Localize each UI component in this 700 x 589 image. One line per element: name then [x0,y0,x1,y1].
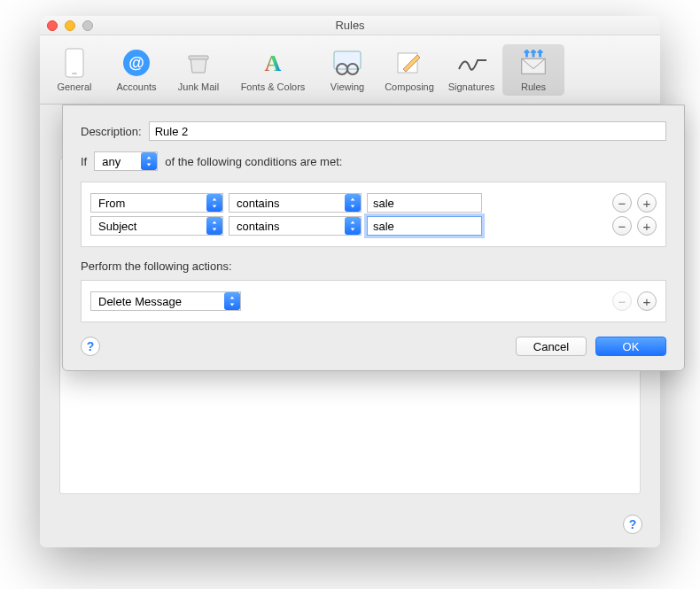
accounts-icon: @ [121,48,152,78]
condition-field-select[interactable]: Subject [90,216,223,236]
tab-junk-mail[interactable]: Junk Mail [167,44,229,96]
rules-icon [518,48,548,78]
general-icon [59,48,89,78]
svg-text:@: @ [128,54,144,72]
action-select[interactable]: Delete Message [90,291,241,311]
preferences-window: Rules General @ Accounts Junk Mail A Fon… [40,16,660,547]
tab-label: Junk Mail [178,81,219,92]
condition-row: Subject contains − + [90,216,657,236]
condition-value-input[interactable] [367,216,482,236]
tab-label: Composing [385,81,434,92]
select-arrows-icon [345,194,361,212]
description-input[interactable] [149,121,666,141]
add-condition-button[interactable]: + [637,193,657,213]
actions-block: Delete Message − + [81,280,666,322]
signatures-icon [456,48,486,78]
if-mode-value: any [102,155,121,168]
titlebar: Rules [40,16,660,35]
remove-condition-button[interactable]: − [612,216,632,236]
window-title: Rules [40,19,660,32]
select-value: contains [237,197,279,210]
tab-label: Rules [521,81,546,92]
svg-rect-4 [189,56,208,59]
if-prefix-label: If [81,155,87,168]
condition-operator-select[interactable]: contains [229,216,362,236]
sheet-footer: ? Cancel OK [81,337,666,356]
composing-icon [394,48,424,78]
traffic-lights [47,20,93,31]
tab-general[interactable]: General [43,44,105,96]
condition-operator-select[interactable]: contains [229,193,362,213]
preferences-toolbar: General @ Accounts Junk Mail A Fonts & C… [40,35,660,105]
tab-composing[interactable]: Composing [378,44,440,96]
if-mode-select[interactable]: any [94,151,158,171]
ok-button[interactable]: OK [595,337,666,356]
zoom-window-button[interactable] [82,20,93,31]
condition-value-input[interactable] [367,193,482,213]
select-arrows-icon [141,152,157,170]
close-window-button[interactable] [47,20,58,31]
remove-action-button: − [612,291,632,311]
viewing-icon [332,48,362,78]
tab-label: Accounts [116,81,156,92]
tab-label: Fonts & Colors [241,81,306,92]
svg-rect-1 [72,73,77,74]
tab-fonts-colors[interactable]: A Fonts & Colors [229,44,316,96]
tab-label: Viewing [331,81,364,92]
if-suffix-label: of the following conditions are met: [165,155,342,168]
tab-label: General [57,81,91,92]
svg-text:A: A [265,50,282,76]
add-condition-button[interactable]: + [637,216,657,236]
fonts-colors-icon: A [258,48,288,78]
condition-row: From contains − + [90,193,657,213]
select-value: Delete Message [98,295,182,308]
svg-rect-10 [522,58,545,74]
tab-viewing[interactable]: Viewing [316,44,378,96]
description-label: Description: [81,125,142,138]
tab-signatures[interactable]: Signatures [440,44,502,96]
tab-accounts[interactable]: @ Accounts [105,44,167,96]
edit-rule-sheet: Description: If any of the following con… [62,105,685,371]
conditions-block: From contains − + Subject contains [81,182,666,247]
help-button[interactable]: ? [623,515,642,534]
select-value: From [98,197,125,210]
select-value: Subject [98,220,136,233]
actions-label: Perform the following actions: [81,260,666,273]
junk-mail-icon [183,48,214,78]
select-arrows-icon [224,292,240,310]
cancel-button[interactable]: Cancel [516,337,587,356]
select-arrows-icon [345,217,361,235]
select-value: contains [237,220,279,233]
add-action-button[interactable]: + [637,291,657,311]
action-row: Delete Message − + [90,291,657,311]
select-arrows-icon [206,217,222,235]
remove-condition-button[interactable]: − [612,193,632,213]
tab-label: Signatures [448,81,495,92]
tab-rules[interactable]: Rules [502,44,564,96]
condition-field-select[interactable]: From [90,193,223,213]
help-button[interactable]: ? [81,337,100,356]
minimize-window-button[interactable] [65,20,75,31]
select-arrows-icon [206,194,222,212]
